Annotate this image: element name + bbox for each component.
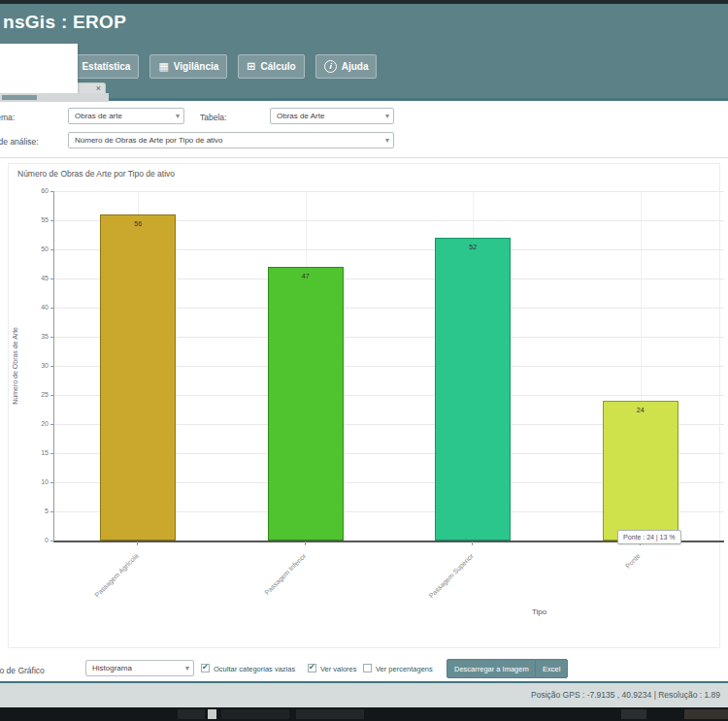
- x-tick-label: Ponte: [624, 552, 642, 570]
- chevron-down-icon: ▾: [385, 112, 389, 120]
- chevron-down-icon: ▾: [185, 664, 189, 672]
- y-tick-mark: [50, 482, 54, 483]
- y-tick-mark: [50, 541, 54, 541]
- download-image-button[interactable]: Descarregar a Imagem: [447, 659, 537, 678]
- chart-controls: Tipo de Gráfico Histograma ▾ ✔ Ocultar c…: [0, 658, 728, 681]
- y-tick-mark: [50, 453, 54, 454]
- y-tick-label: 45: [17, 275, 49, 282]
- surveillance-icon: ▦: [158, 61, 168, 72]
- y-tick-mark: [50, 279, 54, 279]
- chart-type-select-value: Histograma: [92, 664, 132, 672]
- app-title: nsGis : EROP: [3, 12, 126, 33]
- y-tick-mark: [50, 337, 54, 338]
- gps-position-readout: Posição GPS : -7.9135 , 40.9234 | Resolu…: [531, 690, 720, 700]
- show-percentages-checkbox[interactable]: ✔: [363, 664, 372, 672]
- overlay-window-footer: [0, 93, 109, 102]
- status-bar: Posição GPS : -7.9135 , 40.9234 | Resolu…: [0, 683, 728, 707]
- y-tick-label: 55: [17, 216, 49, 224]
- y-tick-label: 5: [17, 508, 49, 515]
- y-tick-label: 15: [17, 449, 49, 457]
- y-tick-mark: [50, 249, 54, 250]
- bar-value-label: 56: [134, 220, 142, 227]
- chevron-down-icon: ▾: [385, 136, 389, 145]
- bar[interactable]: 47: [268, 267, 344, 541]
- y-tick-label: 30: [17, 362, 49, 370]
- chart-title: Número de Obras de Arte por Tipo de ativ…: [17, 169, 175, 179]
- show-values-label: Ver valores: [320, 665, 357, 673]
- hide-empty-categories-checkbox[interactable]: ✔: [201, 664, 210, 672]
- help-button-label: Ajuda: [342, 61, 369, 72]
- y-tick-mark: [50, 308, 54, 309]
- x-tick-mark: [472, 541, 473, 545]
- os-taskbar[interactable]: [0, 707, 728, 721]
- y-tick-label: 60: [17, 187, 49, 195]
- chart-type-select[interactable]: Histograma ▾: [85, 660, 194, 676]
- hide-empty-categories-label: Ocultar categorias vazias: [214, 665, 295, 673]
- overlay-window: [0, 44, 78, 94]
- help-button[interactable]: i Ajuda: [315, 54, 378, 79]
- chart-type-label: Tipo de Gráfico: [0, 666, 45, 675]
- calculation-button[interactable]: ⊞ Cálculo: [238, 54, 304, 79]
- excel-button[interactable]: Excel: [535, 659, 568, 678]
- bar-value-label: 24: [637, 407, 645, 413]
- y-tick-mark: [50, 424, 54, 425]
- y-tick-mark: [50, 511, 54, 512]
- tab-close-icon[interactable]: ×: [96, 84, 101, 93]
- main-toolbar: ▥ Estatística ▦ Vigilância ⊞ Cálculo i A…: [58, 54, 377, 79]
- app-header: nsGis : EROP ▥ Estatística ▦ Vigilância …: [0, 4, 728, 101]
- taskbar-icon[interactable]: [221, 709, 289, 719]
- y-tick-label: 50: [17, 246, 49, 253]
- bar-value-label: 52: [469, 244, 477, 250]
- x-tick-mark: [137, 541, 138, 545]
- help-icon: i: [324, 60, 337, 73]
- table-select-value: Obras de Arte: [277, 112, 324, 120]
- show-values-checkbox[interactable]: ✔: [308, 664, 316, 672]
- x-tick-label: Passagem Inferior: [263, 552, 307, 596]
- bar[interactable]: 56: [100, 214, 176, 541]
- y-tick-label: 10: [17, 478, 49, 486]
- statistics-button-label: Estatística: [82, 61, 130, 72]
- y-gridline: [54, 191, 724, 192]
- x-axis-title: Tipo: [532, 607, 546, 616]
- theme-select[interactable]: Obras de arte ▾: [68, 108, 184, 124]
- taskbar-tray[interactable]: [684, 709, 728, 719]
- y-tick-label: 20: [17, 420, 49, 428]
- separator: [0, 157, 728, 158]
- bar[interactable]: 52: [435, 238, 511, 541]
- check-icon: ✔: [309, 663, 315, 672]
- excel-button-label: Excel: [543, 665, 560, 673]
- main-content: Tema: Obras de arte ▾ Tabela: Obras de A…: [0, 101, 728, 681]
- bar[interactable]: 24: [603, 401, 678, 541]
- y-tick-label: 25: [17, 391, 49, 399]
- calculator-icon: ⊞: [247, 61, 255, 72]
- table-select[interactable]: Obras de Arte ▾: [270, 108, 394, 124]
- analysis-type-select[interactable]: Número de Obras de Arte por Tipo de ativ…: [68, 132, 394, 148]
- x-tick-label: Passagem Agrícola: [93, 552, 140, 599]
- y-tick-mark: [50, 220, 54, 221]
- theme-label: Tema:: [0, 113, 15, 122]
- y-tick-label: 40: [17, 304, 49, 311]
- taskbar-icon[interactable]: [296, 709, 364, 719]
- application-window: { "header": { "app_title": "nsGis : EROP…: [0, 0, 728, 721]
- theme-select-value: Obras de arte: [75, 112, 122, 120]
- x-tick-label: Passagem Superior: [427, 552, 474, 599]
- chart-area: Número de Obras de Arte por Tipo de ativ…: [0, 163, 728, 660]
- y-tick-mark: [50, 191, 54, 192]
- x-axis-tick-labels: Passagem AgrícolaPassagem InferiorPassag…: [53, 543, 723, 636]
- y-axis-tick-labels: 051015202530354045505560: [17, 191, 49, 541]
- calculation-button-label: Cálculo: [261, 61, 296, 72]
- y-tick-label: 35: [17, 333, 49, 341]
- surveillance-button-label: Vigilância: [174, 61, 219, 72]
- surveillance-button[interactable]: ▦ Vigilância: [149, 54, 227, 79]
- taskbar-icon[interactable]: [208, 709, 216, 719]
- y-tick-mark: [50, 366, 54, 367]
- bar-value-label: 47: [302, 273, 310, 279]
- analysis-type-select-value: Número de Obras de Arte por Tipo de ativ…: [75, 136, 223, 145]
- plot-area: 56475224: [53, 191, 724, 542]
- check-icon: ✔: [202, 663, 209, 672]
- taskbar-icon[interactable]: [621, 709, 646, 719]
- taskbar-icon[interactable]: [178, 709, 205, 719]
- y-tick-mark: [50, 395, 54, 396]
- y-tick-label: 0: [17, 537, 49, 544]
- x-tick-mark: [305, 541, 306, 545]
